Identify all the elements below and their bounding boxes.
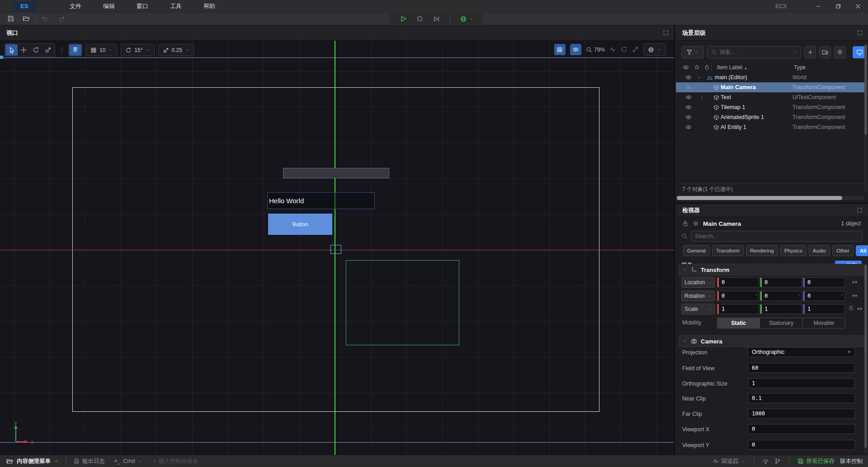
app-logo[interactable]: ES [13, 1, 36, 11]
save-status[interactable]: 所有已保存 [797, 457, 835, 465]
tree-row-tilemap[interactable]: Tilemap 1 TransformComponent [676, 102, 864, 112]
star-column-icon[interactable] [694, 64, 700, 70]
transform-section-header[interactable]: Transform [679, 264, 864, 276]
viewport-x-field[interactable]: 0 [748, 424, 855, 434]
tree-row-ai-entity[interactable]: AI Entity 1 TransformComponent [676, 122, 864, 132]
ortho-size-field[interactable]: 1 [748, 378, 855, 388]
scale-tool-button[interactable] [42, 44, 54, 56]
zoom-level-control[interactable]: 79% [586, 47, 605, 53]
location-x-field[interactable] [717, 277, 759, 287]
grid-snap-dropdown[interactable]: 10 [86, 44, 117, 56]
guide-handle[interactable] [0, 56, 3, 59]
tree-row-main[interactable]: main (Editor) World [676, 72, 864, 82]
step-button[interactable] [433, 15, 440, 23]
item-label-column[interactable]: Item Label ▲ [717, 64, 747, 71]
scale-snap-dropdown[interactable]: 0.25 [158, 44, 194, 56]
projection-select[interactable]: Orthographic▼ [748, 347, 855, 357]
mobility-movable[interactable]: Movable [803, 318, 845, 328]
expand-chevron-icon[interactable] [699, 95, 704, 100]
tree-row-main-camera[interactable]: Main Camera TransformComponent [676, 82, 864, 92]
play-button[interactable] [399, 15, 407, 23]
hierarchy-vscrollbar[interactable] [864, 44, 867, 193]
content-drawer-button[interactable]: 内容侧滑菜单 [6, 457, 59, 465]
scene-canvas[interactable]: Hello World Button y x [0, 41, 674, 455]
stop-button[interactable] [416, 15, 423, 22]
move-tool-button[interactable] [18, 44, 30, 56]
visibility-eye-icon[interactable] [685, 94, 692, 100]
scene-text-entity[interactable]: Hello World [267, 192, 375, 209]
lock-column-icon[interactable] [704, 64, 710, 70]
rotate-snap-dropdown[interactable]: 15° [121, 44, 154, 56]
menu-edit[interactable]: 编辑 [92, 0, 126, 12]
filter-dropdown[interactable] [681, 46, 704, 58]
scale-dropdown[interactable]: Scale [681, 304, 715, 315]
hierarchy-expand-button[interactable] [857, 30, 863, 36]
visibility-eye-icon[interactable] [685, 124, 692, 130]
link-axes-icon[interactable] [851, 279, 858, 286]
run-target-dropdown[interactable] [460, 15, 473, 23]
output-log-button[interactable]: 输出日志 [74, 457, 105, 465]
console-command-input[interactable]: > 输入控制台命令 [153, 457, 198, 465]
tab-physics[interactable]: Physics [780, 245, 807, 256]
grid-visibility-button[interactable] [554, 44, 566, 55]
close-button[interactable] [848, 0, 868, 12]
selection-box[interactable] [330, 245, 341, 254]
hierarchy-hscrollbar[interactable] [677, 196, 864, 200]
stats-toggle-button[interactable] [609, 46, 616, 53]
tab-other[interactable]: Other [832, 245, 854, 256]
add-entity-button[interactable] [804, 46, 816, 58]
menu-file[interactable]: 文件 [59, 0, 92, 12]
visibility-eye-icon[interactable] [685, 104, 692, 110]
rotation-z-field[interactable]: ° [803, 291, 845, 301]
tab-rendering[interactable]: Rendering [746, 245, 778, 256]
mobility-static[interactable]: Static [717, 318, 760, 328]
tree-row-text[interactable]: Text UITextComponent [676, 92, 864, 102]
lock-icon[interactable] [682, 220, 689, 227]
scene-button-entity[interactable]: Button [268, 214, 332, 235]
fullscreen-button[interactable] [632, 46, 639, 53]
save-button[interactable] [5, 13, 17, 24]
undo-button[interactable] [38, 13, 51, 24]
rotation-y-field[interactable]: ° [760, 291, 802, 301]
reset-view-button[interactable] [621, 46, 627, 53]
add-folder-button[interactable] [819, 46, 831, 58]
far-clip-field[interactable]: 1000 [748, 409, 855, 419]
tab-general[interactable]: General [683, 245, 710, 256]
scrollbar-thumb[interactable] [864, 265, 867, 448]
mobility-stationary[interactable]: Stationary [760, 318, 802, 328]
maximize-button[interactable] [828, 0, 848, 12]
scale-x-field[interactable] [717, 304, 759, 314]
redo-button[interactable] [56, 13, 68, 24]
rotate-tool-button[interactable] [30, 44, 42, 56]
trace-dropdown[interactable]: 回追踪 [712, 457, 745, 465]
visibility-eye-icon[interactable] [685, 84, 692, 91]
hierarchy-settings-button[interactable] [834, 46, 846, 58]
hierarchy-search[interactable] [707, 46, 801, 58]
inspector-expand-button[interactable] [857, 207, 863, 213]
fov-field[interactable]: 60 [748, 363, 855, 373]
scrollbar-thumb[interactable] [677, 196, 842, 200]
menu-tools[interactable]: 工具 [159, 0, 193, 12]
inspector-search-input[interactable] [691, 231, 863, 242]
view-mode-dropdown[interactable] [643, 43, 666, 56]
scale-z-field[interactable] [803, 304, 845, 314]
location-y-field[interactable] [760, 277, 802, 287]
branch-status-icon[interactable] [774, 458, 781, 464]
minimize-button[interactable] [808, 0, 828, 12]
collapse-chevron-icon[interactable] [697, 75, 702, 80]
scale-y-field[interactable] [760, 304, 802, 314]
gear-icon[interactable] [693, 220, 699, 227]
near-clip-field[interactable]: 0.1 [748, 393, 855, 403]
gizmo-visibility-button[interactable] [570, 44, 581, 55]
inspector-vscrollbar[interactable] [864, 264, 867, 454]
open-button[interactable] [20, 13, 33, 24]
tab-transform[interactable]: Transform [712, 245, 744, 256]
link-axes-icon[interactable] [856, 305, 863, 312]
network-status-icon[interactable] [762, 458, 769, 465]
type-column[interactable]: Type [794, 64, 806, 71]
hierarchy-search-input[interactable] [720, 49, 790, 55]
rotation-dropdown[interactable]: Rotation [681, 291, 715, 301]
version-control-button[interactable]: 版本控制 [840, 457, 863, 465]
link-axes-icon[interactable] [851, 292, 858, 299]
snap-toggle-button[interactable] [69, 44, 81, 56]
